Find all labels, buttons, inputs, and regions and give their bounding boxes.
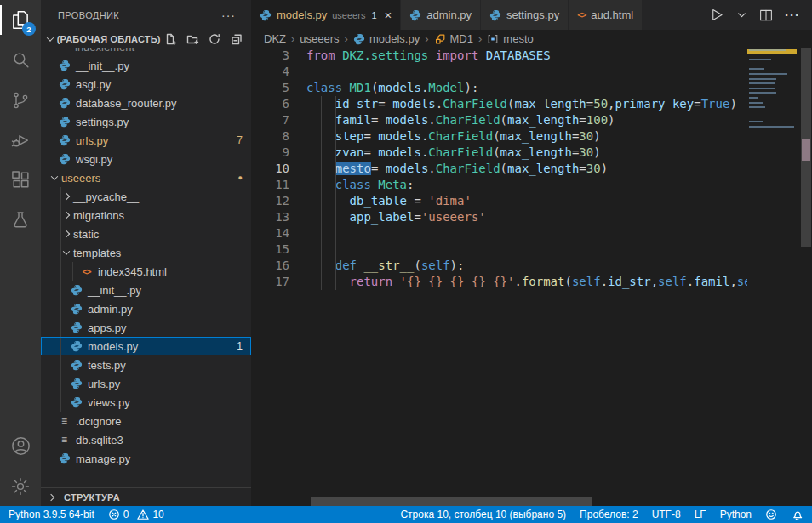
- tree-item-pycache[interactable]: __pycache__: [41, 187, 251, 206]
- run-button[interactable]: [709, 7, 725, 23]
- tree-item-urls-py[interactable]: urls.py7: [41, 131, 251, 150]
- tab-settings-py[interactable]: settings.py: [481, 0, 568, 30]
- tree-item-init-py[interactable]: __init__.py: [41, 56, 251, 75]
- code-area[interactable]: 3from DKZ.settings import DATABASES45cla…: [251, 48, 747, 506]
- tree-item-migrations[interactable]: migrations: [41, 206, 251, 225]
- vertical-scrollbar[interactable]: [800, 48, 812, 506]
- status-text: LF: [695, 509, 706, 520]
- status-encoding[interactable]: UTF-8: [652, 509, 681, 520]
- tree-item-settings-py[interactable]: settings.py: [41, 112, 251, 131]
- breadcrumb: DKZ›useeers›models.py›MD1›mesto: [251, 30, 812, 48]
- activity-item-run-debug[interactable]: [0, 120, 41, 160]
- indent-guide: [335, 193, 336, 209]
- status-feedback[interactable]: [765, 509, 777, 520]
- indent-guide: [321, 225, 322, 242]
- breadcrumb-item-models-py[interactable]: models.py: [353, 32, 420, 45]
- tree-item-apps-py[interactable]: apps.py: [41, 318, 251, 337]
- status-eol[interactable]: LF: [695, 509, 706, 520]
- breadcrumb-label: models.py: [369, 32, 420, 45]
- tree-item-label: migrations: [73, 209, 124, 222]
- status-text: Python 3.9.5 64-bit: [9, 509, 94, 520]
- code-line: 5class MD1(models.Model):: [251, 80, 747, 96]
- indent-guide: [335, 225, 336, 242]
- tree-item-label: wsgi.py: [76, 153, 112, 166]
- tab-models-py[interactable]: models.pyuseeers1×: [251, 0, 400, 30]
- tree-item-models-py[interactable]: models.py1: [41, 337, 251, 355]
- tree-item-label: index345.html: [98, 265, 167, 278]
- chevron-right-icon: [44, 495, 58, 500]
- horizontal-scrollbar[interactable]: [311, 497, 592, 506]
- workspace-section-header[interactable]: (РАБОЧАЯ ОБЛАСТЬ) ...: [41, 30, 251, 48]
- status-language-mode[interactable]: Python: [720, 509, 752, 520]
- sidebar-more-actions-icon[interactable]: ···: [221, 9, 236, 22]
- line-number: 7: [251, 112, 289, 128]
- breadcrumb-item-mesto[interactable]: mesto: [487, 32, 533, 45]
- tree-item-clipped[interactable]: indexlement: [41, 48, 251, 56]
- line-number: 9: [251, 145, 289, 161]
- tree-item-templates[interactable]: templates: [41, 243, 251, 262]
- warning-icon: [137, 509, 149, 520]
- tree-item-tests-py[interactable]: tests.py: [41, 355, 251, 374]
- tree-item-static[interactable]: static: [41, 225, 251, 243]
- status-bar-right: Строка 10, столбец 10 (выбрано 5)Пробело…: [386, 509, 803, 521]
- code-line: 13 app_label='useeers': [251, 209, 747, 225]
- indent-guide: [321, 209, 322, 225]
- breadcrumb-item-md1[interactable]: MD1: [434, 32, 473, 45]
- new-file-icon[interactable]: [163, 31, 178, 47]
- new-folder-icon[interactable]: [185, 31, 200, 47]
- code-line-text: db_table = 'dima': [289, 193, 747, 209]
- tree-item-asgi-py[interactable]: asgi.py: [41, 75, 251, 94]
- indent-guide: [321, 177, 322, 193]
- tree-item-useeers[interactable]: useeers●: [41, 168, 251, 187]
- outline-section-header[interactable]: СТРУКТУРА: [41, 487, 251, 506]
- tree-item-label: models.py: [88, 340, 138, 353]
- tab-admin-py[interactable]: admin.py: [401, 0, 480, 30]
- tree-item-init-py[interactable]: __init__.py: [41, 281, 251, 299]
- code-line-text: id_str= models.CharField(max_length=50,p…: [289, 96, 747, 112]
- tree-item-db-sqlite3[interactable]: ≡db.sqlite3: [41, 430, 251, 449]
- minimap-line: [749, 92, 776, 94]
- vscode-window: 2 ПРОВОДНИК ··· (РАБОЧАЯ ОБЛАСТЬ) ... in…: [0, 0, 812, 523]
- activity-item-testing[interactable]: [0, 200, 41, 240]
- split-editor[interactable]: [758, 8, 774, 23]
- line-number: 5: [251, 80, 289, 96]
- tree-item-index345-html[interactable]: <>index345.html: [41, 262, 251, 281]
- tree-item-manage-py[interactable]: manage.py: [41, 449, 251, 468]
- tree-item-wsgi-py[interactable]: wsgi.py: [41, 150, 251, 168]
- collapse-all-icon[interactable]: [229, 31, 244, 47]
- run-dropdown[interactable]: [736, 9, 747, 20]
- tree-item-dcignore[interactable]: ≡.dcignore: [41, 412, 251, 430]
- activity-item-extensions[interactable]: [0, 160, 41, 200]
- chevron-right-icon: ›: [291, 32, 294, 45]
- activity-item-settings[interactable]: [0, 466, 41, 506]
- minimap[interactable]: [747, 48, 800, 506]
- python-file-icon: [58, 153, 71, 165]
- activity-badge: 2: [22, 22, 36, 36]
- tree-item-label: urls.py: [88, 378, 120, 390]
- sidebar-title: ПРОВОДНИК: [58, 10, 119, 20]
- activity-item-search[interactable]: [0, 40, 41, 80]
- status-python-version[interactable]: Python 3.9.5 64-bit: [9, 509, 94, 520]
- status-notifications[interactable]: [791, 509, 803, 521]
- tree-item-database-roouter-py[interactable]: database_roouter.py: [41, 94, 251, 112]
- status-indentation[interactable]: Пробелов: 2: [580, 509, 638, 520]
- activity-item-account[interactable]: [0, 426, 41, 466]
- close-icon[interactable]: ×: [385, 9, 392, 21]
- breadcrumb-item-dkz[interactable]: DKZ: [264, 32, 286, 45]
- tab-aud-html[interactable]: <>aud.html: [569, 0, 642, 30]
- minimap-line: [749, 59, 771, 60]
- status-cursor-position[interactable]: Строка 10, столбец 10 (выбрано 5): [400, 509, 566, 520]
- more-actions[interactable]: ···: [785, 8, 800, 22]
- tree-item-admin-py[interactable]: admin.py: [41, 299, 251, 318]
- tree-item-views-py[interactable]: views.py: [41, 393, 251, 412]
- status-problems[interactable]: 010: [108, 509, 164, 520]
- code-line-text: famil= models.CharField(max_length=100): [289, 112, 747, 128]
- refresh-icon[interactable]: [207, 31, 222, 47]
- tree-item-urls-py[interactable]: urls.py: [41, 374, 251, 393]
- line-number: 17: [251, 274, 289, 290]
- code-editor[interactable]: 3from DKZ.settings import DATABASES45cla…: [251, 48, 812, 506]
- activity-item-explorer[interactable]: 2: [0, 0, 41, 40]
- activity-item-source-control[interactable]: [0, 80, 41, 120]
- python-file-icon: [58, 78, 71, 90]
- breadcrumb-item-useeers[interactable]: useeers: [300, 32, 339, 45]
